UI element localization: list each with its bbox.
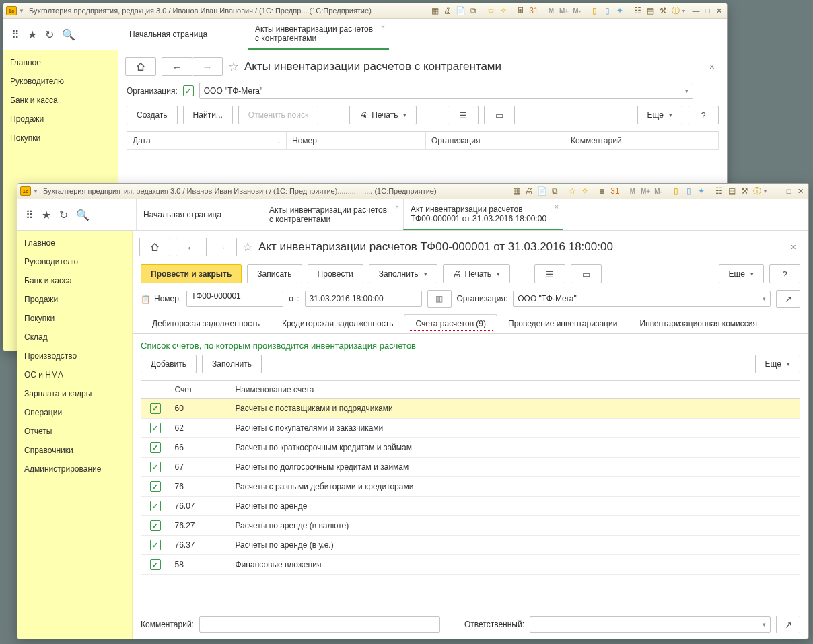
save-icon[interactable]: ✦ (695, 186, 707, 196)
layout-icon[interactable]: ▤ (726, 186, 738, 196)
tab-creditors[interactable]: Кредиторская задолженность (271, 314, 404, 333)
close-icon[interactable]: × (709, 61, 719, 72)
cancel-find-button[interactable]: Отменить поиск (238, 106, 318, 124)
open-ref-button[interactable]: ↗ (776, 616, 800, 633)
table-row[interactable]: ✓76.37Расчеты по аренде (в у.е.) (141, 536, 800, 555)
calendar-button[interactable]: ▥ (427, 290, 452, 308)
col-org[interactable]: Организация (426, 132, 565, 150)
titlebar[interactable]: 1c ▼ Бухгалтерия предприятия, редакция 3… (3, 3, 727, 19)
responsible-select[interactable]: ▾ (530, 616, 771, 633)
sidebar-item[interactable]: Руководителю (17, 252, 132, 271)
history-icon[interactable]: ✧ (497, 5, 509, 16)
post-and-close-button[interactable]: Провести и закрыть (141, 264, 242, 283)
help-button[interactable]: ? (688, 106, 719, 124)
favorites-icon[interactable]: ★ (42, 209, 51, 221)
clipboard-icon[interactable]: ↻ (59, 209, 68, 221)
titlebar[interactable]: 1c ▼ Бухгалтерия предприятия, редакция 3… (17, 184, 808, 199)
minimize-icon[interactable]: — (691, 5, 701, 16)
compare-icon[interactable]: ⧉ (549, 186, 561, 196)
col-date[interactable]: Дата↓ (127, 132, 287, 150)
fill-button[interactable]: Заполнить▾ (369, 264, 437, 283)
sidebar-item[interactable]: Производство (17, 347, 132, 365)
open-icon[interactable]: ▯ (682, 186, 695, 196)
open-ref-button[interactable]: ↗ (776, 290, 800, 308)
back-button[interactable]: ← (176, 238, 207, 256)
sidebar-item[interactable]: Операции (17, 403, 132, 422)
m-icon[interactable]: M (627, 186, 639, 196)
toolbar-icon[interactable]: ▦ (510, 186, 522, 196)
search-icon[interactable]: 🔍 (76, 209, 90, 221)
calendar-icon[interactable]: 31 (528, 5, 540, 16)
star-icon[interactable]: ☆ (242, 240, 253, 254)
favorites-icon[interactable]: ★ (28, 28, 37, 41)
number-input[interactable]: ТФ00-000001 (186, 291, 283, 307)
m-plus-icon[interactable]: M+ (639, 186, 651, 196)
sidebar-item[interactable]: Продажи (17, 290, 132, 309)
list-view-icon[interactable]: ☰ (448, 106, 479, 124)
write-button[interactable]: Записать (247, 264, 302, 283)
forward-button[interactable]: → (207, 238, 237, 256)
tab-home[interactable]: Начальная страница (122, 19, 248, 50)
tab-inventory[interactable]: Проведение инвентаризации (497, 314, 629, 333)
sidebar-item[interactable]: Руководителю (3, 72, 118, 91)
tab-commission[interactable]: Инвентаризационная комиссия (628, 314, 769, 333)
home-button[interactable] (139, 238, 170, 256)
star-icon[interactable]: ☆ (566, 186, 578, 196)
more-button[interactable]: Еще▾ (637, 106, 682, 124)
org-select[interactable]: ООО "ТФ-Мега" ▾ (199, 83, 693, 99)
more-button[interactable]: Еще▾ (755, 355, 800, 373)
table-row[interactable]: ✓66Расчеты по краткосрочным кредитам и з… (141, 438, 800, 458)
row-checkbox[interactable]: ✓ (150, 540, 161, 550)
col-number[interactable]: Номер (287, 132, 426, 150)
open-icon[interactable]: ▯ (601, 5, 613, 16)
row-checkbox[interactable]: ✓ (150, 481, 161, 492)
grid-icon[interactable]: ⠿ (11, 28, 20, 41)
card-view-icon[interactable]: ▭ (484, 106, 515, 124)
print-button[interactable]: Печать▾ (349, 106, 417, 124)
print-button[interactable]: Печать▾ (443, 264, 510, 283)
row-checkbox[interactable]: ✓ (150, 559, 161, 570)
new-icon[interactable]: ▯ (670, 186, 682, 196)
info-dd[interactable]: ▾ (764, 188, 767, 194)
close-icon[interactable]: × (395, 202, 399, 211)
sidebar-item[interactable]: Продажи (3, 110, 118, 129)
panels-icon[interactable]: ☷ (713, 186, 725, 196)
calc-icon[interactable]: 🖩 (596, 186, 608, 196)
sidebar-item[interactable]: Банк и касса (3, 91, 118, 110)
row-checkbox[interactable]: ✓ (150, 462, 161, 472)
maximize-icon[interactable]: □ (783, 186, 794, 196)
more-button[interactable]: Еще▾ (719, 264, 764, 283)
tab-debtors[interactable]: Дебиторская задолженность (141, 314, 271, 333)
print-icon[interactable]: 🖨 (523, 186, 535, 196)
sidebar-item[interactable]: Покупки (17, 309, 132, 328)
org-select[interactable]: ООО "ТФ-Мега" ▾ (513, 291, 771, 307)
row-checkbox[interactable]: ✓ (150, 520, 161, 531)
tab-acts[interactable]: Акты инвентаризации расчетов с контраген… (248, 19, 389, 50)
add-button[interactable]: Добавить (141, 355, 197, 373)
panels-icon[interactable]: ☷ (631, 5, 643, 16)
grid-icon[interactable]: ⠿ (26, 209, 34, 221)
doc-icon[interactable]: 📄 (454, 5, 466, 16)
comment-input[interactable] (199, 616, 440, 633)
history-icon[interactable]: ✧ (579, 186, 591, 196)
info-icon[interactable]: ⓘ (670, 5, 682, 16)
info-dd[interactable]: ▾ (682, 8, 685, 14)
close-icon[interactable]: × (555, 202, 559, 211)
find-button[interactable]: Найти... (183, 106, 233, 124)
sidebar-item[interactable]: Банк и касса (17, 271, 132, 290)
print-icon[interactable]: 🖨 (441, 5, 454, 16)
home-button[interactable] (125, 57, 156, 76)
sidebar-item[interactable]: ОС и НМА (17, 365, 132, 384)
sidebar-item[interactable]: Главное (17, 234, 132, 252)
clipboard-icon[interactable]: ↻ (45, 28, 54, 41)
tab-document[interactable]: Акт инвентаризации расчетов ТФ00-000001 … (403, 199, 563, 230)
tab-accounts[interactable]: Счета расчетов (9) (404, 314, 497, 333)
m-minus-icon[interactable]: M- (652, 186, 664, 196)
date-input[interactable]: 31.03.2016 18:00:00 (305, 291, 422, 307)
col-account[interactable]: Счет (170, 381, 230, 399)
table-row[interactable]: ✓60Расчеты с поставщиками и подрядчиками (141, 399, 800, 419)
table-row[interactable]: ✓76.07Расчеты по аренде (141, 497, 800, 516)
sidebar-item[interactable]: Отчеты (17, 422, 132, 441)
star-icon[interactable]: ☆ (485, 5, 497, 16)
new-icon[interactable]: ▯ (588, 5, 600, 16)
